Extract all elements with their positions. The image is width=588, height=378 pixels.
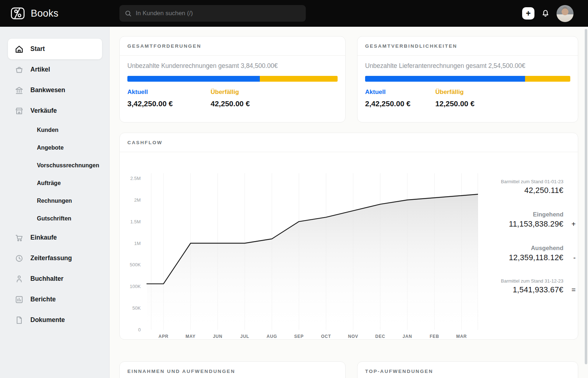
payables-current-value: 2,42,250.00 € — [365, 99, 435, 108]
svg-text:AUG: AUG — [267, 334, 277, 339]
sidebar-item-rechnungen[interactable]: Rechnungen — [0, 192, 109, 210]
svg-text:JUL: JUL — [240, 334, 249, 339]
sidebar-item-vorschussrechnungen[interactable]: Vorschussrechnungen — [0, 156, 109, 174]
cashflow-summary-sign: = — [571, 286, 576, 294]
svg-text:2M: 2M — [134, 197, 141, 203]
quick-add-button[interactable]: + — [522, 7, 534, 20]
cashflow-summary-value-row: 42,250.11€ — [478, 186, 563, 195]
sidebar-item-label: Einkaufe — [30, 234, 57, 241]
payables-overdue-value: 12,250.00 € — [435, 99, 570, 108]
receivables-bar-overdue — [260, 76, 338, 82]
cashflow-summary-sign: + — [571, 220, 576, 228]
cashflow-summary-value: 1,541,933.67€ — [513, 285, 563, 294]
cashflow-card: CASHFLOW 050K100K500K1M1.5M2M2.5MAPRMAYJ… — [119, 133, 578, 340]
sidebar-item-label: Aufträge — [37, 180, 61, 186]
sidebar-item-verk-ufe[interactable]: Verkäufe — [0, 100, 109, 121]
receivables-overdue-label: Überfällig — [211, 89, 338, 96]
top-expenses-card: TOP-AUFWENDUNGEN — [357, 361, 578, 378]
svg-text:JUN: JUN — [213, 334, 222, 339]
sidebar-item-artikel[interactable]: Artikel — [0, 59, 109, 80]
cashflow-summary-value-row: 1,541,933.67€= — [478, 285, 563, 295]
main-content: GESAMTFORDERUNGEN Unbezahlte Kundenrechn… — [110, 27, 588, 378]
sidebar-item-einkaufe[interactable]: Einkaufe — [0, 227, 109, 248]
sidebar-item-buchhalter[interactable]: Buchhalter — [0, 269, 109, 289]
cashflow-chart: 050K100K500K1M1.5M2M2.5MAPRMAYJUNJULAUGS… — [120, 152, 478, 340]
books-logo-icon — [10, 6, 25, 21]
basket-icon — [14, 65, 24, 74]
sidebar-item-bankwesen[interactable]: Bankwesen — [0, 80, 109, 100]
cashflow-summary-label: Ausgehend — [478, 245, 563, 252]
income-expense-title: EINNAHMEN UND AUFWENDUNGEN — [127, 369, 235, 374]
payables-card: GESAMTVERBINDLICHKEITEN Unbezahlte Liefe… — [357, 36, 578, 123]
receivables-card: GESAMTFORDERUNGEN Unbezahlte Kundenrechn… — [119, 36, 346, 123]
sidebar-item-label: Start — [30, 45, 45, 53]
cashflow-summary-value-row: 12,359,118.12€- — [478, 253, 563, 262]
sidebar-item-label: Berichte — [30, 296, 56, 303]
receivables-subtitle: Unbezahlte Kundenrechnungen gesamt 3,84,… — [127, 62, 338, 70]
sidebar-item-label: Angebote — [37, 145, 64, 151]
app-logo[interactable]: Books — [10, 6, 59, 21]
search-bar[interactable] — [119, 5, 306, 22]
payables-progress-bar — [365, 76, 570, 82]
cashflow-summary-label: Barmittel zum Stand 31-12-23 — [478, 278, 563, 284]
cashflow-summary: Barmittel zum Stand 01-01-2342,250.11€Ei… — [478, 152, 578, 340]
sidebar-item-angebote[interactable]: Angebote — [0, 139, 109, 156]
cashflow-summary-value-row: 11,153,838.29€+ — [478, 220, 563, 229]
receivables-title: GESAMTFORDERUNGEN — [127, 43, 201, 49]
svg-text:100K: 100K — [130, 284, 141, 289]
receivables-card-header: GESAMTFORDERUNGEN — [120, 36, 345, 56]
svg-text:MAY: MAY — [186, 334, 196, 339]
receivables-bar-current — [127, 76, 260, 82]
receivables-overdue-value: 42,250.00 € — [211, 99, 338, 108]
receivables-progress-bar — [127, 76, 338, 82]
sidebar-item-label: Buchhalter — [30, 275, 63, 283]
sidebar-item-dokumente[interactable]: Dokumente — [0, 310, 109, 330]
sidebar-item-label: Kunden — [37, 127, 59, 133]
sidebar-item-zeiterfassung[interactable]: Zeiterfassung — [0, 248, 109, 269]
document-icon — [14, 315, 24, 325]
scrollbar-thumb[interactable] — [585, 29, 587, 364]
payables-current-label: Aktuell — [365, 89, 435, 96]
sidebar-nav: StartArtikelBankwesenVerkäufeKundenAngeb… — [0, 27, 110, 378]
payables-title: GESAMTVERBINDLICHKEITEN — [365, 43, 457, 49]
user-avatar[interactable] — [557, 5, 574, 22]
svg-text:JAN: JAN — [403, 334, 412, 339]
bank-icon — [14, 86, 24, 95]
payables-card-header: GESAMTVERBINDLICHKEITEN — [358, 36, 578, 56]
sidebar-item-label: Vorschussrechnungen — [37, 162, 99, 169]
sidebar-item-start[interactable]: Start — [8, 39, 102, 59]
home-icon — [14, 44, 24, 54]
barchart-icon — [14, 295, 24, 304]
top-bar: Books + — [0, 0, 588, 27]
sidebar-item-gutschriften[interactable]: Gutschriften — [0, 210, 109, 227]
cart-icon — [14, 233, 24, 242]
svg-text:0: 0 — [138, 327, 141, 332]
cashflow-summary-sign: - — [573, 254, 576, 262]
cashflow-summary-value: 11,153,838.29€ — [509, 220, 563, 228]
receivables-current-label: Aktuell — [127, 89, 211, 96]
sidebar-item-label: Dokumente — [30, 316, 65, 324]
svg-text:NOV: NOV — [348, 334, 358, 339]
search-input[interactable] — [136, 10, 300, 17]
topbar-actions: + — [522, 0, 574, 27]
search-icon — [125, 10, 132, 17]
cashflow-summary-label: Eingehend — [478, 211, 563, 218]
svg-text:2.5M: 2.5M — [130, 176, 141, 181]
svg-text:1.5M: 1.5M — [130, 219, 141, 224]
receivables-current-value: 3,42,250.00 € — [127, 99, 211, 108]
sidebar-item-auftr-ge[interactable]: Aufträge — [0, 174, 109, 192]
payables-subtitle: Unbezahlte Lieferantenrechnungen gesamt … — [365, 62, 570, 70]
notifications-bell-icon[interactable] — [541, 9, 550, 18]
cashflow-summary-label: Barmittel zum Stand 01-01-23 — [478, 179, 563, 184]
sidebar-item-berichte[interactable]: Berichte — [0, 289, 109, 310]
sidebar-item-label: Gutschriften — [37, 215, 71, 222]
svg-text:SEP: SEP — [294, 334, 304, 339]
svg-text:MAR: MAR — [456, 334, 467, 339]
cashflow-card-header: CASHFLOW — [120, 133, 578, 152]
svg-text:APR: APR — [158, 334, 169, 339]
svg-text:50K: 50K — [132, 305, 141, 311]
sidebar-item-kunden[interactable]: Kunden — [0, 121, 109, 139]
sidebar-item-label: Artikel — [30, 66, 50, 73]
cashflow-summary-value: 42,250.11€ — [524, 186, 563, 195]
payables-bar-overdue — [525, 76, 570, 82]
